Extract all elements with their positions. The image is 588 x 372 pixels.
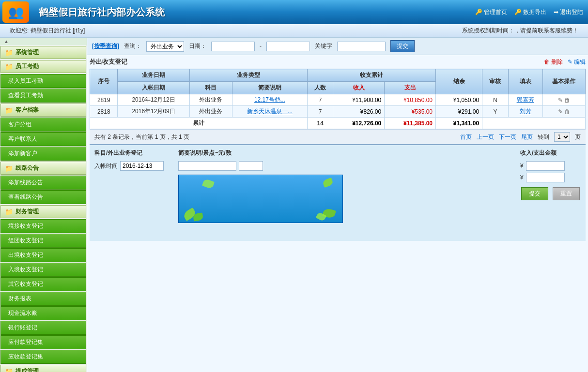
date-label: 入帐时间 <box>94 162 118 170</box>
toolbar: [按季查询] 查询： 外出业务 日期： - 关键字 提交 <box>87 38 588 55</box>
form-desc-input[interactable] <box>178 161 236 171</box>
cell-income: ¥826.00 <box>333 106 385 118</box>
date-to-input[interactable] <box>266 42 310 51</box>
page-last[interactable]: 尾页 <box>521 133 533 141</box>
sidebar-item-payable[interactable]: 应付款登记集 <box>0 335 86 349</box>
sidebar-item-customer-contacts[interactable]: 客户联系人 <box>0 132 86 146</box>
page-next[interactable]: 下一页 <box>499 133 516 141</box>
summary-income: ¥12,726.00 <box>333 118 385 129</box>
sidebar-item-cashflow[interactable]: 现金流水账 <box>0 306 86 320</box>
form-submit-button[interactable]: 提交 <box>521 187 548 200</box>
pagination-bar: 共有 2 条记录，当前第 1 页，共 1 页 首页 上一页 下一页 尾页 转到 … <box>90 129 586 144</box>
sidebar-item-view-attendance[interactable]: 查看员工考勤 <box>0 89 86 103</box>
cell-ops: ✎ 🗑 <box>542 106 585 118</box>
table-section: 外出收支登记 🗑 删除 ✎ 编辑 序号 业务日期 业务类型 收支累计 结余 审核… <box>87 55 588 372</box>
sidebar-item-other-register[interactable]: 其它收支登记 <box>0 277 86 291</box>
sidebar-item-inbound-receipt[interactable]: 入境收支登记 <box>0 263 86 277</box>
nav-logout[interactable]: ➡ 退出登陆 <box>554 8 583 16</box>
leaf-4 <box>322 178 334 188</box>
bottom-form: 科目/外出业务登记 入帐时间 简要说明/景点~元/数 <box>90 144 586 241</box>
page-suffix: 页 <box>575 133 581 141</box>
content-area: [按季查询] 查询： 外出业务 日期： - 关键字 提交 外出收支登记 🗑 删除… <box>87 38 588 372</box>
sidebar-item-record-attendance[interactable]: 录入员工考勤 <box>0 74 86 88</box>
form-date-input[interactable] <box>120 161 164 171</box>
date-label: 日期： <box>189 42 206 50</box>
sidebar-item-bank-register[interactable]: 银行账登记 <box>0 321 86 335</box>
cell-id: 2819 <box>90 94 118 106</box>
form-amount-label: 收入/支出金额 <box>520 149 581 157</box>
sidebar: ▲ 📁 系统管理 📁 员工考勤 录入员工考勤 查看员工考勤 📁 客户档案 客户分… <box>0 38 87 372</box>
cell-filler[interactable]: 刘芳 <box>508 106 542 118</box>
cell-date: 2016年12月09日 <box>118 106 189 118</box>
welcome-text: 欢迎您: 鹤壁假日旅行社 [jt1y] <box>10 27 85 35</box>
sidebar-item-add-route[interactable]: 添加线路公告 <box>0 176 86 190</box>
sidebar-item-inbound-register[interactable]: 境接收支登记 <box>0 219 86 233</box>
sidebar-item-group-register[interactable]: 组团收支登记 <box>0 234 86 248</box>
sidebar-section-label: 系统管理 <box>15 48 39 57</box>
nav-export[interactable]: 🔑 数据导出 <box>514 8 546 16</box>
cell-date: 2016年12月12日 <box>118 94 189 106</box>
date-from-input[interactable] <box>211 42 255 51</box>
th-stats-group: 收支累计 <box>307 69 435 82</box>
summary-expense: ¥11,385.00 <box>385 118 436 129</box>
sidebar-section-customers[interactable]: 📁 客户档案 <box>0 104 86 117</box>
cell-ops: ✎ 🗑 <box>542 94 585 106</box>
delete-icon[interactable]: 🗑 <box>564 97 570 104</box>
cell-filler[interactable]: 郭素芳 <box>508 94 542 106</box>
nav-home[interactable]: 🔑 管理首页 <box>475 8 507 16</box>
cell-audit: Y <box>482 106 509 118</box>
section-title-bar: 外出收支登记 🗑 删除 ✎ 编辑 <box>90 58 586 66</box>
form-buttons: 提交 重置 <box>520 186 581 201</box>
sidebar-section-attendance[interactable]: 📁 员工考勤 <box>0 60 86 73</box>
sidebar-section-commission-label: 提成管理 <box>15 367 39 372</box>
folder-icon-routes: 📁 <box>5 164 13 172</box>
system-info: 系统授权到期时间：，请提前联系客服续费！ <box>462 27 578 35</box>
section-title: 外出收支登记 <box>90 58 127 66</box>
sidebar-item-outbound-register[interactable]: 出境收支登记 <box>0 248 86 262</box>
cell-desc[interactable]: 新乡天沐温泉一... <box>232 106 307 118</box>
page-select[interactable]: 1 <box>554 132 570 142</box>
edit-icon[interactable]: ✎ <box>558 97 563 104</box>
cell-desc[interactable]: 12.17号鹤... <box>232 94 307 106</box>
edit-icon[interactable]: ✎ <box>558 108 563 115</box>
expense-row: ¥ <box>520 173 581 182</box>
expense-input[interactable] <box>526 173 565 182</box>
summary-balance: ¥1,341.00 <box>436 118 482 129</box>
summary-label: 累计 <box>90 118 308 129</box>
th-persons: 人数 <box>307 82 333 94</box>
keyword-label: 关键字 <box>315 42 332 50</box>
delete-action[interactable]: 🗑 删除 <box>544 58 563 66</box>
folder-icon-commission: 📁 <box>5 368 13 372</box>
sidebar-section-system[interactable]: 📁 系统管理 <box>0 46 86 59</box>
section-query-link[interactable]: [按季查询] <box>92 42 119 50</box>
image-placeholder <box>178 175 343 223</box>
cell-expense: ¥535.00 <box>385 106 436 118</box>
sidebar-section-attendance-label: 员工考勤 <box>15 62 39 71</box>
table-row: 2818 2016年12月09日 外出业务 新乡天沐温泉一... 7 ¥826.… <box>90 106 586 118</box>
sidebar-item-finance-report[interactable]: 财务报表 <box>0 292 86 306</box>
form-persons-input[interactable] <box>239 161 263 171</box>
income-input[interactable] <box>526 161 565 171</box>
th-expense: 支出 <box>385 82 436 94</box>
summary-row: 累计 14 ¥12,726.00 ¥11,385.00 ¥1,341.00 <box>90 118 586 129</box>
edit-action[interactable]: ✎ 编辑 <box>568 58 586 66</box>
sidebar-section-finance[interactable]: 📁 财务管理 <box>0 205 86 218</box>
goto-label: 转到 <box>538 133 549 141</box>
page-first[interactable]: 首页 <box>460 133 472 141</box>
delete-icon[interactable]: 🗑 <box>564 108 570 115</box>
sidebar-item-view-route[interactable]: 查看线路公告 <box>0 190 86 204</box>
submit-button[interactable]: 提交 <box>390 40 415 52</box>
th-type-group: 业务类型 <box>189 69 307 82</box>
th-ops: 基本操作 <box>542 69 585 94</box>
keyword-input[interactable] <box>337 42 386 51</box>
sidebar-item-customer-groups[interactable]: 客户分组 <box>0 118 86 132</box>
sidebar-item-add-customer[interactable]: 添加新客户 <box>0 147 86 161</box>
form-reset-button[interactable]: 重置 <box>553 187 580 200</box>
sidebar-section-routes[interactable]: 📁 线路公告 <box>0 162 86 175</box>
table-row: 2819 2016年12月12日 外出业务 12.17号鹤... 7 ¥11,9… <box>90 94 586 106</box>
sidebar-section-commission[interactable]: 📁 提成管理 <box>0 365 86 372</box>
sidebar-item-receivable[interactable]: 应收款登记集 <box>0 350 86 364</box>
query-select[interactable]: 外出业务 <box>146 41 184 52</box>
page-prev[interactable]: 上一页 <box>477 133 494 141</box>
sidebar-up-arrow[interactable]: ▲ <box>0 38 87 45</box>
